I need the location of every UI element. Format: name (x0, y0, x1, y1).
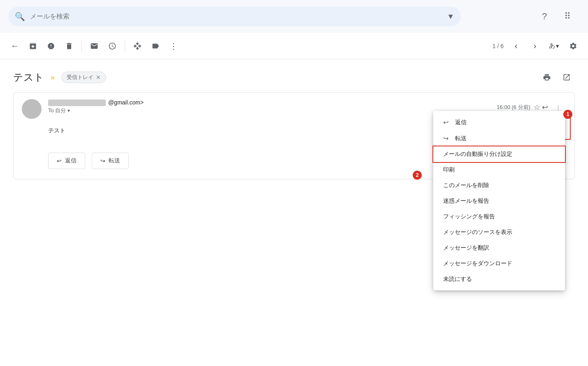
star-icon[interactable]: ☆ (534, 103, 540, 112)
search-input[interactable] (30, 13, 442, 20)
dropdown-filter[interactable]: メールの自動振り分け設定 (433, 146, 565, 162)
spam-button[interactable] (43, 38, 59, 54)
dropdown-unread[interactable]: 未読にする (433, 271, 565, 287)
email-header-icons (539, 69, 575, 86)
search-icon: 🔍 (15, 12, 25, 21)
more-toolbar-button[interactable]: ⋮ (165, 38, 182, 54)
separator-1 (81, 40, 82, 52)
help-icon[interactable]: ? (536, 8, 553, 25)
toolbar-right: 1 / 6 ‹ › あ ▾ (493, 38, 581, 54)
dropdown-print[interactable]: 印刷 (433, 162, 565, 178)
tutorial-badge-2: 2 (413, 171, 422, 180)
snooze-button[interactable] (104, 38, 121, 54)
back-button[interactable]: ← (7, 38, 23, 54)
apps-icon[interactable]: ⠿ (559, 8, 576, 25)
dropdown-reply[interactable]: ↩ 返信 (433, 114, 565, 130)
to-chevron-icon: ▾ (67, 108, 70, 114)
dropdown-delete[interactable]: このメールを削除 (433, 178, 565, 193)
forward-menu-icon: ↪ (443, 134, 449, 142)
reply-menu-icon: ↩ (443, 118, 449, 126)
dropdown-source[interactable]: メッセージのソースを表示 (433, 225, 565, 240)
email-header: テスト » 受信トレイ ✕ (0, 59, 588, 92)
forward-arrow-icon: » (51, 73, 55, 82)
sender-email: @gmail.com> (48, 99, 490, 106)
to-recipients[interactable]: To 自分 ▾ (48, 107, 490, 114)
mark-unread-button[interactable] (86, 38, 102, 54)
dropdown-translate[interactable]: メッセージを翻訳 (433, 240, 565, 256)
email-subject: テスト (13, 71, 44, 84)
toolbar: ← ⋮ 1 / 6 ‹ › あ ▾ (0, 33, 588, 59)
inbox-label-chip: 受信トレイ ✕ (61, 72, 106, 83)
header-right-icons: ? ⠿ (536, 8, 580, 25)
language-button[interactable]: あ ▾ (546, 40, 562, 51)
separator-2 (125, 40, 125, 52)
delete-button[interactable] (61, 38, 77, 54)
sender-email-blurred (48, 100, 106, 106)
forward-arrow-icon: ↪ (100, 158, 105, 164)
label-button[interactable] (147, 38, 164, 54)
archive-button[interactable] (25, 38, 41, 54)
print-button[interactable] (539, 69, 555, 86)
dropdown-download[interactable]: メッセージをダウンロード (433, 256, 565, 271)
reply-icon[interactable]: ↩ (542, 103, 548, 112)
popout-button[interactable] (558, 69, 575, 86)
next-button[interactable]: › (527, 38, 543, 54)
prev-button[interactable]: ‹ (508, 38, 524, 54)
tutorial-badge-1: 1 (563, 110, 572, 119)
reply-button[interactable]: ↩ 返信 (48, 153, 85, 169)
page-counter: 1 / 6 (493, 43, 504, 49)
forward-button[interactable]: ↪ 転送 (92, 153, 129, 169)
label-chip-close[interactable]: ✕ (96, 74, 101, 81)
reply-arrow-icon: ↩ (57, 158, 62, 164)
move-button[interactable] (129, 38, 146, 54)
dropdown-phishing[interactable]: フィッシングを報告 (433, 209, 565, 225)
dropdown-spam[interactable]: 迷惑メールを報告 (433, 193, 565, 209)
search-input-container: 🔍 ▼ (8, 7, 461, 26)
settings-button[interactable] (565, 38, 581, 54)
avatar (22, 99, 42, 119)
sender-info: @gmail.com> To 自分 ▾ (48, 99, 490, 114)
search-dropdown-icon[interactable]: ▼ (447, 12, 454, 21)
dropdown-forward[interactable]: ↪ 転送 (433, 130, 565, 146)
dropdown-menu: ↩ 返信 ↪ 転送 メールの自動振り分け設定 印刷 このメールを削除 迷惑メール… (433, 111, 565, 290)
search-bar: 🔍 ▼ ? ⠿ (0, 0, 588, 33)
